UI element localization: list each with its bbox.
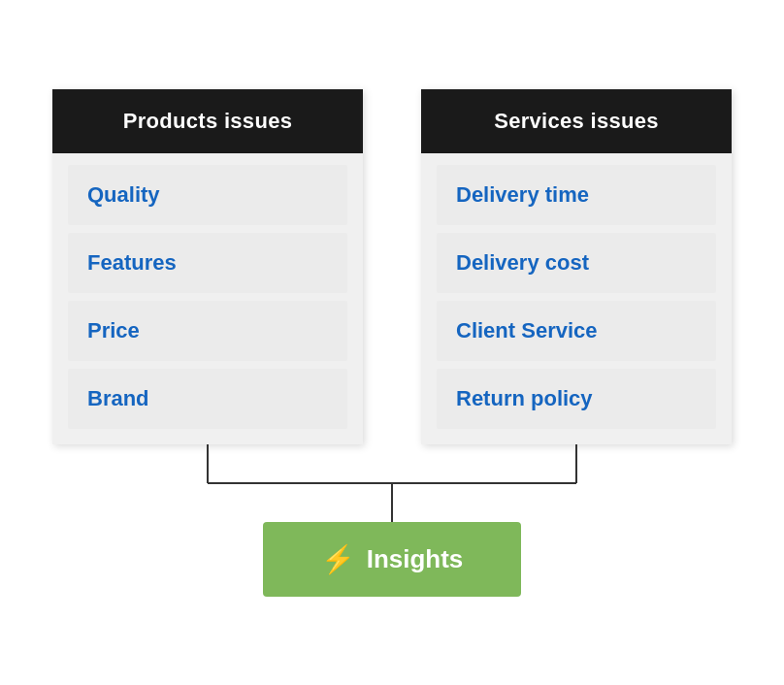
list-item: Delivery time: [437, 165, 716, 225]
insights-label: Insights: [367, 544, 464, 574]
products-issues-box: Products issues Quality Features Price B…: [52, 89, 363, 444]
products-issues-header: Products issues: [52, 89, 363, 153]
list-item: Quality: [68, 165, 347, 225]
connector-lines: [52, 444, 732, 522]
services-items-list: Delivery time Delivery cost Client Servi…: [421, 153, 732, 444]
diagram-container: Products issues Quality Features Price B…: [0, 70, 784, 616]
lightning-icon: ⚡: [321, 543, 355, 575]
list-item: Brand: [68, 369, 347, 429]
list-item: Delivery cost: [437, 233, 716, 293]
list-item: Features: [68, 233, 347, 293]
list-item: Return policy: [437, 369, 716, 429]
insights-box[interactable]: ⚡ Insights: [263, 522, 522, 597]
services-issues-box: Services issues Delivery time Delivery c…: [421, 89, 732, 444]
services-issues-header: Services issues: [421, 89, 732, 153]
top-row: Products issues Quality Features Price B…: [0, 89, 784, 444]
products-items-list: Quality Features Price Brand: [52, 153, 363, 444]
list-item: Price: [68, 301, 347, 361]
list-item: Client Service: [437, 301, 716, 361]
